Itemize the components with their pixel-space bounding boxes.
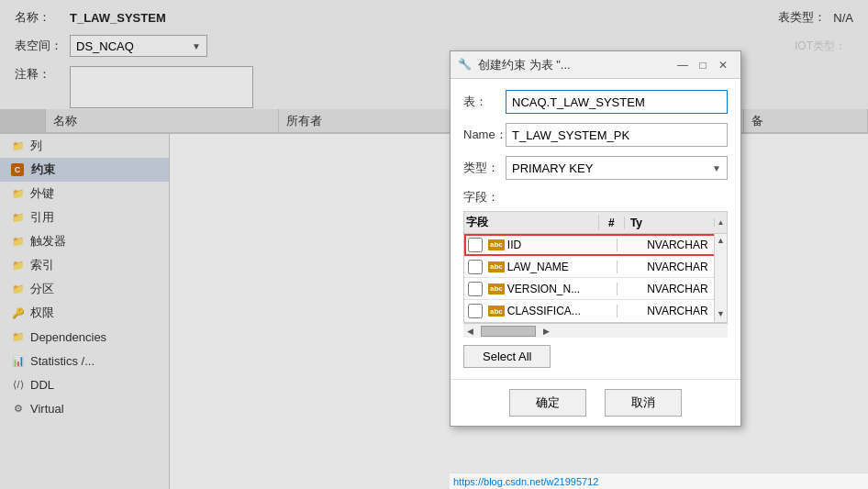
abc-badge-classifica: abc xyxy=(488,306,505,317)
confirm-button[interactable]: 确定 xyxy=(509,389,586,417)
minimize-button[interactable]: — xyxy=(673,55,693,75)
fields-col-header-hash: # xyxy=(599,217,625,229)
url-bar: https://blog.csdn.net/w21995712 xyxy=(450,472,868,489)
field-name-law-name: abc LAW_NAME xyxy=(486,261,618,273)
dialog-type-value: PRIMARY KEY xyxy=(512,161,593,175)
fields-table: 字段 # Ty ▲ abc IID NVARCHAR xyxy=(463,211,728,323)
scroll-header-spacer: ▲ xyxy=(714,218,727,227)
scroll-up-arrow[interactable]: ▲ xyxy=(715,234,727,247)
vertical-scrollbar[interactable]: ▲ ▼ xyxy=(714,234,727,322)
fields-row-law-name: abc LAW_NAME NVARCHAR xyxy=(464,256,727,278)
scroll-down-arrow[interactable]: ▼ xyxy=(715,307,727,320)
dialog-type-select[interactable]: PRIMARY KEY ▼ xyxy=(506,156,728,180)
fields-row-classifica: abc CLASSIFICA... NVARCHAR xyxy=(464,300,727,322)
dialog-titlebar: 🔧 创建约束 为表 "... — □ ✕ xyxy=(451,51,740,79)
dialog-type-row: 类型： PRIMARY KEY ▼ xyxy=(463,156,728,180)
dialog-title-icon: 🔧 xyxy=(458,58,473,72)
field-name-text-iid: IID xyxy=(507,239,521,251)
field-checkbox-classifica[interactable] xyxy=(468,304,483,318)
dialog-body: 表： Name： 类型： PRIMARY KEY ▼ 字段： xyxy=(451,79,740,379)
cancel-button[interactable]: 取消 xyxy=(605,389,682,417)
fields-row-version: abc VERSION_N... NVARCHAR xyxy=(464,278,727,300)
field-checkbox-iid[interactable] xyxy=(468,238,483,252)
dialog-table-row: 表： xyxy=(463,90,728,114)
main-window: 名称： T_LAW_SYSTEM 表类型： N/A 表空间： DS_NCAQ ▼… xyxy=(0,0,868,489)
url-text: https://blog.csdn.net/w21995712 xyxy=(453,476,598,487)
fields-row-iid: abc IID NVARCHAR xyxy=(464,234,727,256)
dialog-table-label: 表： xyxy=(463,94,506,110)
abc-badge-version: abc xyxy=(488,283,505,295)
field-checkbox-law-name[interactable] xyxy=(468,260,483,274)
select-all-button[interactable]: Select All xyxy=(463,345,551,368)
fields-col-header-type: Ty xyxy=(625,217,714,229)
scroll-thumb[interactable] xyxy=(481,326,536,337)
dialog-title-text: 创建约束 为表 "... xyxy=(478,57,673,73)
close-button[interactable]: ✕ xyxy=(713,55,733,75)
field-name-text-classifica: CLASSIFICA... xyxy=(507,305,581,317)
scroll-right-arrow[interactable]: ▶ xyxy=(540,327,553,336)
fields-col-header-name: 字段 xyxy=(464,215,599,230)
field-name-classifica: abc CLASSIFICA... xyxy=(486,305,618,317)
field-name-text-version: VERSION_N... xyxy=(507,283,580,295)
abc-badge-law-name: abc xyxy=(488,261,505,272)
maximize-button[interactable]: □ xyxy=(693,55,713,75)
field-name-text-law-name: LAW_NAME xyxy=(507,261,569,273)
field-name-version: abc VERSION_N... xyxy=(486,283,618,295)
dialog-name-input[interactable] xyxy=(506,123,728,147)
horizontal-scrollbar[interactable]: ◀ ▶ xyxy=(463,323,728,338)
field-name-iid: abc IID xyxy=(486,239,618,251)
dialog-name-row: Name： xyxy=(463,123,728,147)
dialog-table-input[interactable] xyxy=(506,90,728,114)
fields-table-header: 字段 # Ty ▲ xyxy=(464,212,727,234)
field-checkbox-version[interactable] xyxy=(468,282,483,296)
fields-section-label: 字段： xyxy=(463,189,728,206)
create-constraint-dialog: 🔧 创建约束 为表 "... — □ ✕ 表： Name： 类型： PRIMAR xyxy=(450,50,741,427)
up-arrow-icon: ▲ xyxy=(718,218,725,227)
chevron-down-icon-type: ▼ xyxy=(712,163,721,173)
dialog-footer: 确定 取消 xyxy=(451,379,740,426)
dialog-type-label: 类型： xyxy=(463,160,506,176)
dialog-name-label: Name： xyxy=(463,127,506,143)
abc-badge-iid: abc xyxy=(488,239,505,250)
scroll-left-arrow[interactable]: ◀ xyxy=(463,327,477,336)
